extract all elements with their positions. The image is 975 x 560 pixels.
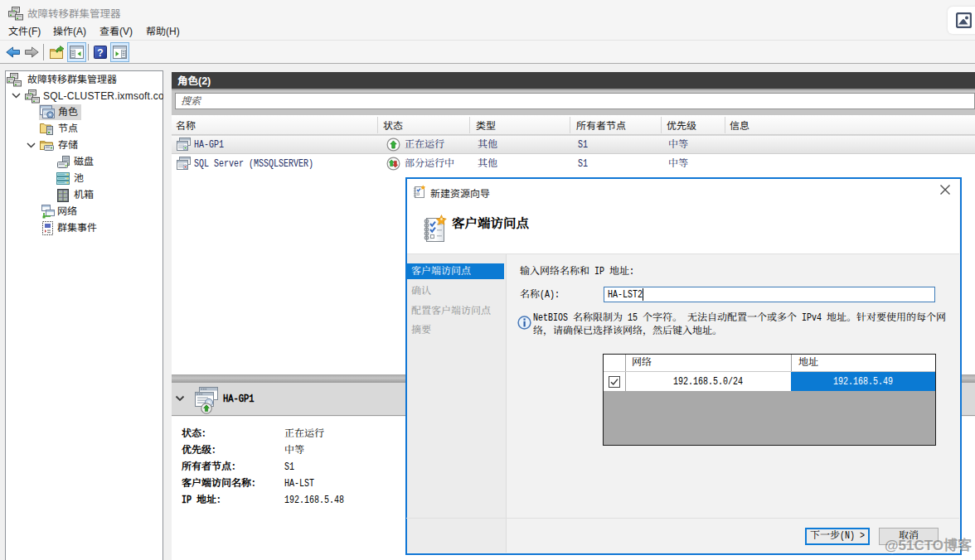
svg-text:?: ? [97,47,103,59]
